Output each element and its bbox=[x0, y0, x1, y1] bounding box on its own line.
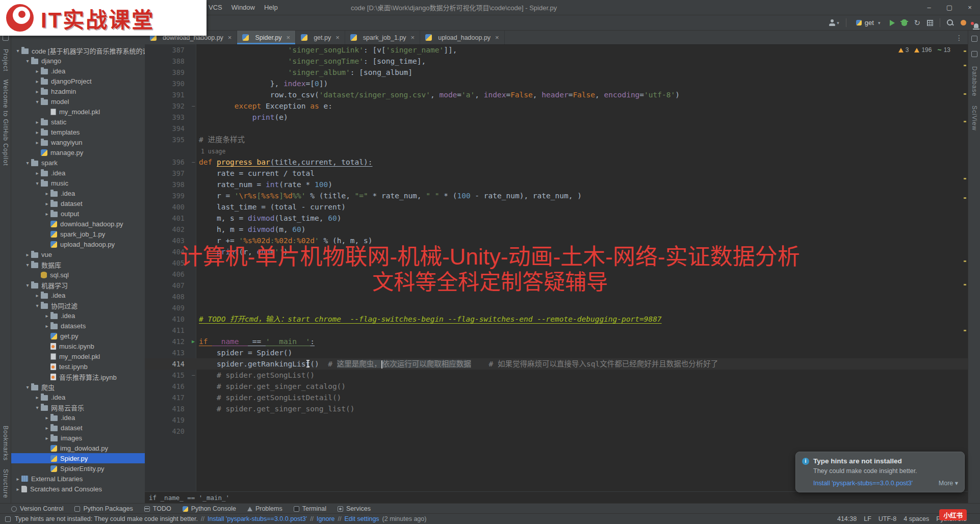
menu-item-help[interactable]: Help bbox=[260, 4, 282, 11]
tree-item-.idea[interactable]: ▸.idea bbox=[11, 412, 145, 423]
code-inlay-row[interactable]: 1 usage bbox=[145, 145, 968, 156]
tree-item-music[interactable]: ▾music bbox=[11, 178, 145, 188]
right-stripe-icon[interactable] bbox=[971, 51, 977, 57]
menu-item-window[interactable]: Window bbox=[227, 4, 260, 11]
inspections-widget[interactable]: 3196~13 bbox=[898, 46, 950, 54]
code-line-411[interactable]: 411 bbox=[145, 325, 968, 336]
tab-close-icon[interactable]: × bbox=[495, 34, 499, 41]
tool-button-database[interactable]: Database bbox=[971, 66, 978, 96]
fold-icon[interactable]: − bbox=[188, 100, 199, 112]
tree-item-.idea[interactable]: ▸.idea bbox=[11, 290, 145, 300]
tree-item-SpiderEntity.py[interactable]: SpiderEntity.py bbox=[11, 463, 145, 474]
tab-close-icon[interactable]: × bbox=[411, 34, 415, 41]
breadcrumb[interactable]: if _name_ == '_main_' bbox=[145, 491, 968, 504]
tree-item-dataset[interactable]: ▸dataset bbox=[11, 198, 145, 208]
tree-item-get.py[interactable]: get.py bbox=[11, 331, 145, 341]
status-link-2[interactable]: Ignore bbox=[317, 515, 334, 522]
inspection-warning[interactable]: 3 bbox=[898, 46, 909, 54]
run-line-icon[interactable]: ▶ bbox=[188, 336, 199, 347]
code-line-392[interactable]: 392− except Exception as e: bbox=[145, 100, 968, 112]
tab-close-icon[interactable]: × bbox=[287, 34, 291, 41]
code-line-390[interactable]: 390 }, index=[0]) bbox=[145, 78, 968, 89]
tree-item-.idea[interactable]: ▸.idea bbox=[11, 310, 145, 321]
tree-item-download_hadoop.py[interactable]: download_hadoop.py bbox=[11, 219, 145, 229]
tree-item-hzadmin[interactable]: ▸hzadmin bbox=[11, 86, 145, 96]
line-ending[interactable]: LF bbox=[864, 515, 871, 522]
tool-button-bookmarks[interactable]: Bookmarks bbox=[2, 426, 9, 461]
code-line-405[interactable]: 405 bbox=[145, 257, 968, 269]
code-line-394[interactable]: 394 bbox=[145, 123, 968, 134]
tree-item-爬虫[interactable]: ▾爬虫 bbox=[11, 382, 145, 392]
tree-item-数据库[interactable]: ▾数据库 bbox=[11, 259, 145, 270]
status-grid-icon[interactable] bbox=[5, 516, 11, 522]
tool-window-button-services[interactable]: Services bbox=[333, 504, 375, 514]
tree-item-output[interactable]: ▸output bbox=[11, 208, 145, 219]
code-line-401[interactable]: 401 m, s = divmod(last_time, 60) bbox=[145, 213, 968, 224]
tree-item-images[interactable]: ▸images bbox=[11, 433, 145, 443]
code-line-414[interactable]: 414 spider.getRankingList() # 这里是爬虫，依次运行… bbox=[145, 358, 968, 370]
rerun-icon[interactable]: ↻ bbox=[914, 19, 920, 27]
tab-get.py[interactable]: get.py× bbox=[296, 31, 345, 44]
tree-item-.idea[interactable]: ▸.idea bbox=[11, 188, 145, 198]
usages-hint[interactable]: 1 usage bbox=[199, 148, 225, 155]
code-line-395[interactable]: 395# 进度条样式 bbox=[145, 134, 968, 145]
tree-item-vue[interactable]: ▸vue bbox=[11, 249, 145, 259]
search-everywhere-icon[interactable] bbox=[947, 19, 954, 27]
fold-icon[interactable]: − bbox=[188, 370, 199, 381]
run-config-selector[interactable]: get ▾ bbox=[853, 18, 884, 28]
code-line-398[interactable]: 398 rate_num = int(rate * 100) bbox=[145, 179, 968, 190]
code-line-400[interactable]: 400 last_time = (total - current) bbox=[145, 201, 968, 213]
code-line-396[interactable]: 396−def progress_bar(title,current, tota… bbox=[145, 156, 968, 168]
tool-button-sciview[interactable]: SciView bbox=[971, 106, 978, 130]
code-line-420[interactable]: 420 bbox=[145, 426, 968, 437]
tool-button-copilot[interactable]: Welcome to GitHub Copilot bbox=[2, 80, 9, 166]
tool-button-project[interactable]: Project bbox=[2, 49, 9, 71]
code-line-389[interactable]: 389 'singer_album': [song_album] bbox=[145, 67, 968, 78]
tree-item-wangyiyun[interactable]: ▸wangyiyun bbox=[11, 137, 145, 147]
code-line-417[interactable]: 417 # spider.getSongListDetail() bbox=[145, 392, 968, 403]
code-line-404[interactable]: 404 print(r, end='') bbox=[145, 246, 968, 257]
code-line-399[interactable]: 399 r = '\r%s[%s%s]%d%%' % (title, "=" *… bbox=[145, 190, 968, 201]
tool-window-button-python-console[interactable]: Python Console bbox=[178, 504, 240, 514]
tab-options-icon[interactable]: ⋮ bbox=[956, 31, 968, 44]
code-line-406[interactable]: 406 bbox=[145, 269, 968, 280]
code-line-409[interactable]: 409 bbox=[145, 302, 968, 313]
code-line-387[interactable]: 387 'singer_songLink': [v['singer_name']… bbox=[145, 44, 968, 56]
record-icon[interactable] bbox=[961, 20, 966, 25]
menu-item-vcs[interactable]: VCS bbox=[204, 4, 227, 11]
tree-item-spark[interactable]: ▾spark bbox=[11, 158, 145, 168]
tab-close-icon[interactable]: × bbox=[228, 34, 232, 41]
tree-item-spark_job_1.py[interactable]: spark_job_1.py bbox=[11, 229, 145, 239]
tree-item-音乐推荐算法.ipynb[interactable]: 音乐推荐算法.ipynb bbox=[11, 372, 145, 382]
right-stripe-icon[interactable] bbox=[971, 36, 977, 42]
code-line-388[interactable]: 388 'singer_songTime': [song_time], bbox=[145, 56, 968, 67]
tab-spark_job_1.py[interactable]: spark_job_1.py× bbox=[345, 31, 420, 44]
minimize-button[interactable]: – bbox=[919, 0, 939, 15]
debug-button[interactable] bbox=[901, 19, 907, 26]
code-line-403[interactable]: 403 r += '%s%02d:%02d:%02d' % (h, m, s) bbox=[145, 235, 968, 246]
code-line-407[interactable]: 407 bbox=[145, 280, 968, 291]
tree-item-Spider.py[interactable]: Spider.py bbox=[11, 453, 145, 463]
code-line-419[interactable]: 419 bbox=[145, 414, 968, 426]
fold-icon[interactable]: − bbox=[188, 156, 199, 168]
close-button[interactable]: × bbox=[960, 0, 980, 15]
tool-window-button-problems[interactable]: Problems bbox=[243, 504, 287, 514]
tree-item-templates[interactable]: ▸templates bbox=[11, 127, 145, 137]
tree-item-upload_hadoop.py[interactable]: upload_hadoop.py bbox=[11, 239, 145, 249]
profile-button[interactable]: ▾ bbox=[829, 19, 839, 26]
inspection-warning[interactable]: 196 bbox=[914, 46, 932, 54]
tree-item-External Libraries[interactable]: ▸External Libraries bbox=[11, 474, 145, 484]
code-line-402[interactable]: 402 h, m = divmod(m, 60) bbox=[145, 224, 968, 235]
indent-setting[interactable]: 4 spaces bbox=[904, 515, 929, 522]
file-encoding[interactable]: UTF-8 bbox=[879, 515, 896, 522]
tree-item-djangoProject[interactable]: ▸djangoProject bbox=[11, 76, 145, 86]
tree-item-django[interactable]: ▾django bbox=[11, 56, 145, 66]
tree-item-Scratches and Consoles[interactable]: ▸Scratches and Consoles bbox=[11, 484, 145, 494]
code-line-413[interactable]: 413 spider = Spider() bbox=[145, 347, 968, 358]
code-line-418[interactable]: 418 # spider.get_singer_song_list() bbox=[145, 403, 968, 414]
caret-position[interactable]: 414:38 bbox=[837, 515, 857, 522]
tree-item-datasets[interactable]: ▸datasets bbox=[11, 321, 145, 331]
tree-item-.idea[interactable]: ▸.idea bbox=[11, 392, 145, 402]
tree-item-dataset[interactable]: ▸dataset bbox=[11, 423, 145, 433]
code-line-410[interactable]: 410# TODO 打开cmd，输入：start chrome --flag-s… bbox=[145, 313, 968, 325]
